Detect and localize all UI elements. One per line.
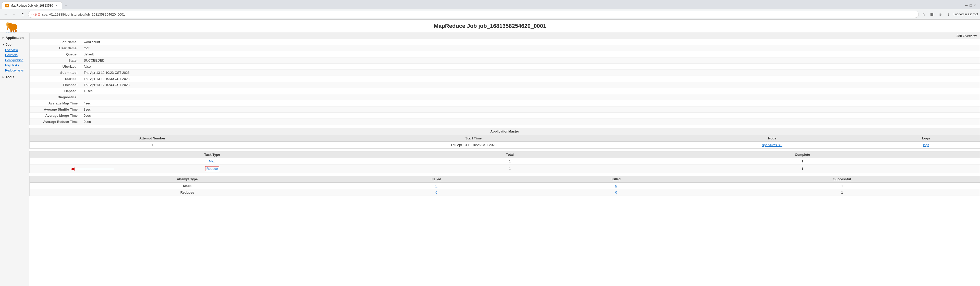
attempt-maps-killed[interactable]: 0 <box>528 182 704 189</box>
task-type-table: Task Type Total Complete Map 1 1 <box>30 152 980 173</box>
sidebar-section-tools: ► Tools <box>0 74 29 80</box>
sidebar-item-reduce-tasks[interactable]: Reduce tasks <box>0 68 29 73</box>
tools-section-header[interactable]: ► Tools <box>0 74 29 80</box>
avg-map-value: 4sec <box>81 101 980 107</box>
minimize-button[interactable]: ─ <box>965 3 967 7</box>
attempt-reduces-killed[interactable]: 0 <box>528 189 704 196</box>
task-table-header: Task Type Total Complete <box>30 152 980 158</box>
attempt-col-killed: Killed <box>528 176 704 182</box>
menu-button[interactable]: ⋮ <box>945 11 952 18</box>
job-label: Job <box>6 43 11 46</box>
info-row-avg-reduce: Average Reduce Time 0sec <box>30 119 980 125</box>
sidebar-item-overview[interactable]: Overview <box>0 48 29 53</box>
task-map-type[interactable]: Map <box>30 158 395 165</box>
info-row-user-name: User Name: root <box>30 45 980 51</box>
task-col-total: Total <box>395 152 625 158</box>
application-section-header[interactable]: ► Application <box>0 35 29 41</box>
active-tab[interactable]: H MapReduce Job job_16813580 × <box>2 2 62 9</box>
tab-close-button[interactable]: × <box>55 3 59 8</box>
url-text: spark01:19888/jobhistory/job/job_1681358… <box>42 13 125 16</box>
sidebar-item-counters[interactable]: Counters <box>0 53 29 58</box>
diagnostics-value <box>81 94 980 101</box>
app-master-table: Attempt Number Start Time Node Logs 1 Th… <box>30 135 980 149</box>
application-label: Application <box>6 36 24 40</box>
task-row-map: Map 1 1 <box>30 158 980 165</box>
info-row-uberized: Uberized: false <box>30 64 980 70</box>
attempt-reduces-successful: 1 <box>704 189 980 196</box>
task-reduce-type[interactable]: Reduce <box>30 165 395 173</box>
task-row-reduce: Reduce 1 1 <box>30 165 980 173</box>
profile-button[interactable]: ☺ <box>937 11 944 18</box>
uberized-value: false <box>81 64 980 70</box>
reload-button[interactable]: ↻ <box>19 11 27 18</box>
am-col-attempt: Attempt Number <box>30 135 275 142</box>
elapsed-value: 13sec <box>81 88 980 94</box>
browser-chrome: H MapReduce Job job_16813580 × + ─ □ × ←… <box>0 0 980 20</box>
state-value: SUCCEEDED <box>81 58 980 64</box>
browser-actions: ☆ ▦ ☺ ⋮ <box>920 11 952 18</box>
finished-value: Thu Apr 13 12:10:43 CST 2023 <box>81 82 980 88</box>
diagnostics-label: Diagnostics: <box>30 94 81 101</box>
am-start-time: Thu Apr 13 12:10:26 CST 2023 <box>275 142 672 149</box>
logged-in-label: Logged in as: root <box>953 13 978 16</box>
maps-killed-link[interactable]: 0 <box>615 184 617 188</box>
info-row-state: State: SUCCEEDED <box>30 58 980 64</box>
page-title: MapReduce Job job_1681358254620_0001 <box>434 23 546 29</box>
am-logs-link[interactable]: logs <box>923 143 929 147</box>
task-col-type: Task Type <box>30 152 395 158</box>
close-button[interactable]: × <box>974 3 976 7</box>
task-col-complete: Complete <box>625 152 980 158</box>
app-master-title: ApplicationMaster <box>30 128 980 135</box>
reduce-highlighted[interactable]: Reduce <box>205 166 220 171</box>
job-section-header[interactable]: ▼ Job <box>0 42 29 48</box>
am-logs[interactable]: logs <box>872 142 980 149</box>
forward-button[interactable]: → <box>11 11 18 18</box>
reduces-killed-link[interactable]: 0 <box>615 190 617 194</box>
extensions-button[interactable]: ▦ <box>928 11 935 18</box>
sidebar-section-application: ► Application <box>0 35 29 41</box>
attempt-maps-failed[interactable]: 0 <box>345 182 528 189</box>
started-label: Started: <box>30 76 81 82</box>
info-row-queue: Queue: default <box>30 51 980 58</box>
attempt-type-table: Attempt Type Failed Killed Successful Ma… <box>30 176 980 196</box>
info-row-diagnostics: Diagnostics: <box>30 94 980 101</box>
avg-map-label: Average Map Time <box>30 101 81 107</box>
task-reduce-link[interactable]: Reduce <box>207 167 218 171</box>
tab-title: MapReduce Job job_16813580 <box>11 4 53 7</box>
reduces-failed-link[interactable]: 0 <box>435 190 437 194</box>
avg-reduce-value: 0sec <box>81 119 980 125</box>
bookmark-button[interactable]: ☆ <box>920 11 928 18</box>
hadoop-logo: hadoop <box>5 20 21 32</box>
content-area: Job Overview Job Name: word count User N… <box>29 33 980 286</box>
am-node[interactable]: spark02:8042 <box>672 142 872 149</box>
queue-value: default <box>81 51 980 58</box>
am-col-logs: Logs <box>872 135 980 142</box>
uberized-label: Uberized: <box>30 64 81 70</box>
attempt-reduces-type: Reduces <box>30 189 345 196</box>
task-map-complete: 1 <box>625 158 980 165</box>
tab-bar: H MapReduce Job job_16813580 × + ─ □ × <box>0 0 980 9</box>
svg-text:hadoop: hadoop <box>6 31 16 32</box>
address-bar[interactable]: 不安全 spark01:19888/jobhistory/job/job_168… <box>28 11 919 18</box>
attempt-col-successful: Successful <box>704 176 980 182</box>
sidebar-item-map-tasks[interactable]: Map tasks <box>0 63 29 68</box>
new-tab-button[interactable]: + <box>63 2 69 8</box>
attempt-reduces-failed[interactable]: 0 <box>345 189 528 196</box>
job-name-label: Job Name: <box>30 39 81 45</box>
sidebar-section-job: ▼ Job Overview Counters Configuration Ma… <box>0 42 29 73</box>
tools-arrow-icon: ► <box>2 75 5 78</box>
sidebar: ► Application ▼ Job Overview Counters Co… <box>0 33 29 286</box>
sidebar-item-configuration[interactable]: Configuration <box>0 58 29 63</box>
task-map-link[interactable]: Map <box>209 159 215 163</box>
am-node-link[interactable]: spark02:8042 <box>762 143 782 147</box>
maximize-button[interactable]: □ <box>969 3 972 7</box>
tools-label: Tools <box>6 75 14 79</box>
nav-bar: ← → ↻ 不安全 spark01:19888/jobhistory/job/j… <box>0 9 980 19</box>
insecure-icon: 不安全 <box>32 12 41 17</box>
back-button[interactable]: ← <box>2 11 9 18</box>
state-label: State: <box>30 58 81 64</box>
am-col-start-time: Start Time <box>275 135 672 142</box>
info-row-avg-merge: Average Merge Time 0sec <box>30 113 980 119</box>
attempt-col-failed: Failed <box>345 176 528 182</box>
maps-failed-link[interactable]: 0 <box>435 184 437 188</box>
